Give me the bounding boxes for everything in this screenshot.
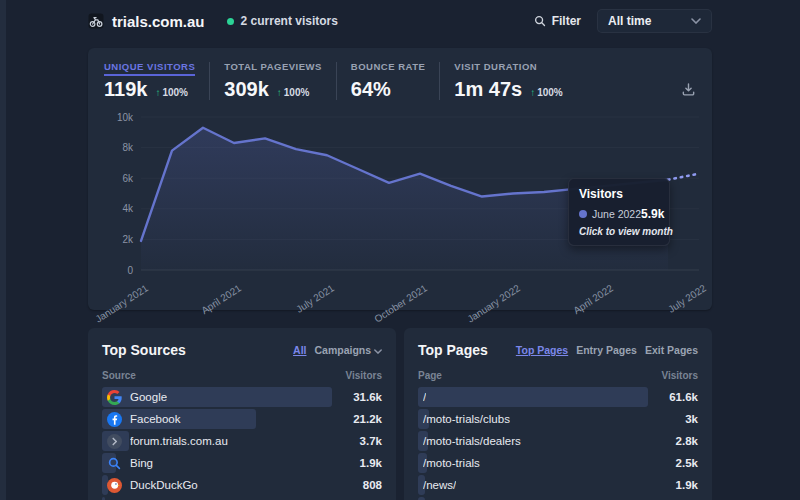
- x-axis-label: April 2022: [571, 282, 615, 316]
- x-axis-label: July 2021: [294, 282, 336, 315]
- x-axis-label: January 2021: [93, 282, 150, 324]
- source-row[interactable]: Google31.6k: [102, 387, 382, 407]
- up-arrow-icon: ↑: [155, 87, 160, 98]
- row-label: /news/: [423, 479, 456, 491]
- row-label: DuckDuckGo: [130, 479, 198, 491]
- metric-label: UNIQUE VISITORS: [104, 61, 195, 76]
- tooltip-value: 5.9k: [641, 207, 664, 221]
- metric-divider: [439, 62, 440, 100]
- row-label: Bing: [130, 457, 153, 469]
- row-visitors-value: 31.6k: [353, 391, 382, 403]
- y-axis-label: 10k: [117, 112, 134, 123]
- page-row[interactable]: /moto-trials/clubs3k: [418, 409, 698, 429]
- metric-visit-duration[interactable]: VISIT DURATION1m 47s↑100%: [454, 61, 562, 101]
- metric-value: 309k: [224, 78, 269, 101]
- row-label: /: [423, 391, 426, 403]
- y-axis-label: 6k: [122, 173, 134, 184]
- filter-button[interactable]: Filter: [534, 14, 581, 28]
- page-row[interactable]: /moto-trials2.5k: [418, 453, 698, 473]
- top-sources-panel: Top Sources AllCampaigns Source Visitors…: [88, 328, 396, 500]
- row-visitors-value: 1.9k: [360, 457, 382, 469]
- source-row[interactable]: forum.trials.com.au3.7k: [102, 431, 382, 451]
- metric-change-badge: ↑100%: [155, 87, 188, 98]
- metric-divider: [209, 62, 210, 100]
- tooltip-label: June 2022: [592, 208, 641, 220]
- row-visitors-value: 61.6k: [669, 391, 698, 403]
- row-label: Google: [130, 391, 167, 403]
- source-row[interactable]: Bing1.9k: [102, 453, 382, 473]
- download-icon: [681, 82, 696, 97]
- duckduckgo-icon: [107, 478, 122, 493]
- row-visitors-value: 3.7k: [360, 435, 382, 447]
- row-label: forum.trials.com.au: [130, 435, 228, 447]
- chevron-down-icon: [374, 349, 382, 354]
- metric-unique-visitors[interactable]: UNIQUE VISITORS119k↑100%: [104, 61, 195, 101]
- pages-tab-top-pages[interactable]: Top Pages: [516, 344, 568, 356]
- metric-change-badge: ↑100%: [530, 87, 563, 98]
- y-axis-label: 2k: [122, 234, 134, 245]
- x-axis-label: July 2022: [666, 282, 708, 315]
- current-visitors-label: 2 current visitors: [241, 14, 338, 28]
- metric-change-badge: ↑100%: [277, 87, 310, 98]
- page-row[interactable]: /moto-trials/dealers2.8k: [418, 431, 698, 451]
- source-row[interactable]: DuckDuckGo808: [102, 475, 382, 495]
- search-icon: [534, 15, 546, 27]
- y-axis-labels: 02k4k6k8k10k: [117, 112, 134, 276]
- page-row[interactable]: /news/1.9k: [418, 475, 698, 495]
- metric-label: BOUNCE RATE: [351, 61, 425, 72]
- tooltip-hint: Click to view month: [579, 226, 659, 237]
- source-row[interactable]: Facebook21.2k: [102, 409, 382, 429]
- row-label: /moto-trials: [423, 457, 480, 469]
- x-axis-label: April 2021: [199, 282, 243, 316]
- analytics-dashboard: { "colors": { "background": "#1a2231", "…: [0, 0, 800, 500]
- pages-col-visitors: Visitors: [662, 370, 699, 381]
- row-visitors-value: 3k: [685, 413, 698, 425]
- filter-label: Filter: [552, 14, 581, 28]
- google-icon: [107, 390, 122, 405]
- row-visitors-value: 21.2k: [353, 413, 382, 425]
- chart-tooltip: Visitors June 2022 5.9k Click to view mo…: [568, 178, 670, 246]
- y-axis-label: 8k: [122, 142, 134, 153]
- top-pages-panel: Top Pages Top PagesEntry PagesExit Pages…: [404, 328, 712, 500]
- chevron-down-icon: [691, 18, 701, 24]
- sources-filter-campaigns[interactable]: Campaigns: [314, 344, 382, 356]
- pages-tab-exit-pages[interactable]: Exit Pages: [645, 344, 698, 356]
- forum-site-icon: [107, 434, 122, 449]
- metric-value: 119k: [104, 78, 147, 101]
- trials-bike-favicon-icon: [88, 13, 104, 29]
- metric-label: TOTAL PAGEVIEWS: [224, 61, 322, 72]
- date-range-value: All time: [608, 14, 651, 28]
- x-axis-label: January 2022: [465, 282, 522, 324]
- up-arrow-icon: ↑: [277, 87, 282, 98]
- sources-filter-all[interactable]: All: [293, 344, 306, 356]
- row-label: Facebook: [130, 413, 181, 425]
- top-bar: trials.com.au 2 current visitors Filter …: [88, 0, 712, 42]
- y-axis-label: 0: [127, 265, 133, 276]
- page-left-edge: [0, 0, 6, 500]
- x-axis-labels: January 2021April 2021July 2021October 2…: [93, 282, 708, 324]
- current-visitors[interactable]: 2 current visitors: [227, 14, 338, 28]
- site-title[interactable]: trials.com.au: [112, 13, 205, 30]
- row-visitors-value: 1.9k: [676, 479, 698, 491]
- metric-label: VISIT DURATION: [454, 61, 562, 72]
- pages-tab-entry-pages[interactable]: Entry Pages: [576, 344, 637, 356]
- row-visitors-value: 2.8k: [676, 435, 698, 447]
- row-label: /moto-trials/dealers: [423, 435, 521, 447]
- chart-line-dashed-forecast: [668, 174, 699, 180]
- metric-bounce-rate[interactable]: BOUNCE RATE64%: [351, 61, 425, 101]
- tooltip-title: Visitors: [579, 187, 659, 201]
- metric-value: 1m 47s: [454, 78, 522, 101]
- sources-col-source: Source: [102, 370, 136, 381]
- date-range-select[interactable]: All time: [597, 9, 712, 33]
- sources-col-visitors: Visitors: [346, 370, 383, 381]
- metric-total-pageviews[interactable]: TOTAL PAGEVIEWS309k↑100%: [224, 61, 322, 101]
- metric-value: 64%: [351, 78, 391, 101]
- live-dot-icon: [227, 18, 234, 25]
- metric-divider: [336, 62, 337, 100]
- export-button[interactable]: [681, 82, 696, 101]
- top-pages-title: Top Pages: [418, 342, 488, 358]
- bing-icon: [107, 456, 122, 471]
- y-axis-label: 4k: [122, 203, 134, 214]
- x-axis-label: October 2021: [372, 282, 429, 324]
- page-row[interactable]: /61.6k: [418, 387, 698, 407]
